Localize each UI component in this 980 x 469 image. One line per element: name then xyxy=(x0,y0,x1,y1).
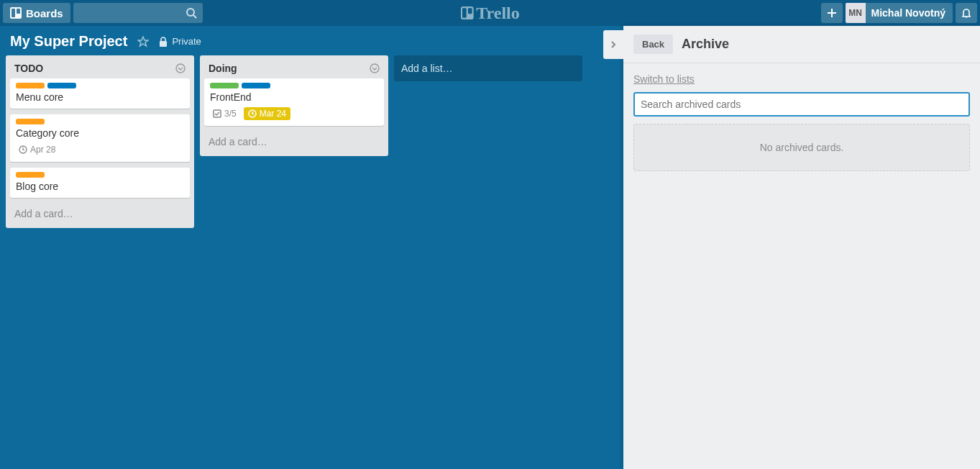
label-blue[interactable] xyxy=(242,83,270,88)
panel-header: Back Archive xyxy=(623,26,980,63)
card-labels xyxy=(210,83,378,88)
logo-icon xyxy=(460,6,473,19)
user-name: Michal Novotný xyxy=(871,7,945,19)
board-name[interactable]: My Super Project xyxy=(10,33,127,50)
list-header: Doing xyxy=(204,60,384,78)
switch-to-lists-link[interactable]: Switch to lists xyxy=(633,73,695,85)
svg-rect-1 xyxy=(12,9,15,17)
list-menu-button[interactable] xyxy=(370,63,380,73)
svg-rect-7 xyxy=(467,8,472,14)
notifications-button[interactable] xyxy=(956,3,977,23)
svg-rect-6 xyxy=(462,8,467,18)
add-card-button[interactable]: Add a card… xyxy=(204,132,384,152)
card-title: FrontEnd xyxy=(210,91,378,103)
board-visibility[interactable]: Private xyxy=(159,36,201,47)
svg-rect-12 xyxy=(160,41,167,47)
logo[interactable]: Trello xyxy=(460,4,519,23)
panel-collapse-button[interactable] xyxy=(603,30,623,59)
label-blue[interactable] xyxy=(47,83,76,88)
search-icon xyxy=(186,7,197,19)
header-right: MN Michal Novotný xyxy=(821,3,977,23)
panel-title: Archive xyxy=(682,37,729,52)
label-orange[interactable] xyxy=(16,83,45,88)
chevron-circle-icon xyxy=(175,63,186,73)
label-orange[interactable] xyxy=(16,172,45,178)
card-labels xyxy=(16,83,184,88)
due-badge: Mar 24 xyxy=(244,107,290,120)
app-header: Boards Trello MN Michal Novotný xyxy=(0,0,980,26)
header-search[interactable] xyxy=(73,3,203,23)
card-title: Category core xyxy=(16,127,184,139)
archive-search-input[interactable] xyxy=(633,92,970,117)
card-badges: 3/5 Mar 24 xyxy=(210,107,378,120)
due-badge-plain: Apr 28 xyxy=(16,143,58,156)
boards-icon xyxy=(10,7,22,19)
checklist-text: 3/5 xyxy=(224,109,237,119)
card-labels xyxy=(16,172,184,178)
boards-button-label: Boards xyxy=(26,7,63,19)
clock-icon xyxy=(19,145,27,154)
panel-body: Switch to lists No archived cards. xyxy=(623,63,980,181)
card[interactable]: Category core Apr 28 xyxy=(10,114,190,162)
add-list-button[interactable]: Add a list… xyxy=(394,55,582,81)
svg-point-3 xyxy=(187,9,194,16)
chevron-circle-icon xyxy=(370,63,380,73)
list-title[interactable]: Doing xyxy=(209,63,237,74)
header-left: Boards xyxy=(3,3,203,23)
svg-marker-11 xyxy=(138,37,148,46)
star-icon xyxy=(137,36,149,47)
list-header: TODO xyxy=(10,60,190,78)
svg-point-13 xyxy=(176,64,185,73)
card[interactable]: FrontEnd 3/5 Mar 24 xyxy=(204,78,384,126)
list-doing: Doing FrontEnd 3/5 Mar 24 xyxy=(200,55,388,156)
avatar: MN xyxy=(846,3,866,23)
boards-button[interactable]: Boards xyxy=(3,3,70,23)
archive-panel: Back Archive Switch to lists No archived… xyxy=(623,26,980,469)
card-title: Blog core xyxy=(16,181,184,192)
card[interactable]: Menu core xyxy=(10,78,190,109)
visibility-label: Private xyxy=(172,36,201,47)
card-labels xyxy=(16,119,184,124)
chevron-right-icon xyxy=(609,40,618,49)
list-todo: TODO Menu core Category core Apr 28 xyxy=(6,55,194,228)
label-orange[interactable] xyxy=(16,119,45,124)
lock-icon xyxy=(159,37,168,47)
star-button[interactable] xyxy=(137,36,149,47)
clock-icon xyxy=(248,109,257,118)
label-green[interactable] xyxy=(210,83,239,88)
svg-line-4 xyxy=(193,15,196,18)
checklist-icon xyxy=(213,109,221,118)
due-text: Apr 28 xyxy=(30,145,55,155)
svg-rect-2 xyxy=(17,9,20,14)
checklist-badge: 3/5 xyxy=(210,107,239,120)
bell-icon xyxy=(961,7,972,19)
add-card-button[interactable]: Add a card… xyxy=(10,204,190,224)
svg-point-15 xyxy=(370,64,379,73)
user-menu[interactable]: MN Michal Novotný xyxy=(846,3,953,23)
back-button[interactable]: Back xyxy=(633,35,673,54)
card-title: Menu core xyxy=(16,91,184,103)
logo-text: Trello xyxy=(476,4,519,23)
due-text: Mar 24 xyxy=(260,109,286,119)
archive-empty-state: No archived cards. xyxy=(633,124,970,171)
list-title[interactable]: TODO xyxy=(14,63,43,74)
card-badges: Apr 28 xyxy=(16,143,184,156)
list-menu-button[interactable] xyxy=(175,63,186,73)
plus-icon xyxy=(826,7,838,19)
card[interactable]: Blog core xyxy=(10,168,190,198)
add-button[interactable] xyxy=(821,3,843,23)
